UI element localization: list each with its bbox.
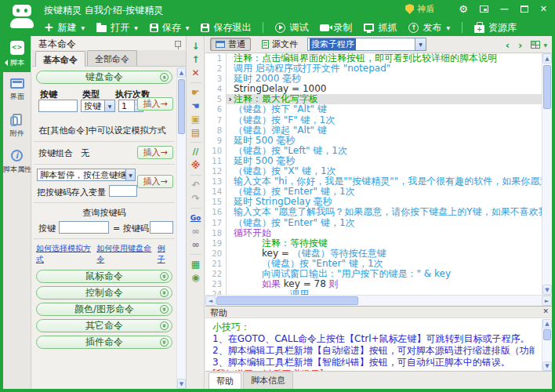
paste-icon[interactable]: ▤ [191,126,200,140]
insert-combo-button[interactable]: 插入→ [137,146,173,159]
expand-icon[interactable]: « [160,272,169,281]
code-line[interactable]: 1注释：点击编辑界面的注释按钮，即可看到比较详细的脚本说明 [205,53,542,64]
type-select[interactable]: 按键▼ [81,100,115,112]
save-exit-button[interactable]: 保存退出 [201,21,251,34]
find-icon[interactable]: ∞ [192,225,200,238]
scroll-up-icon[interactable]: ▲ [542,53,552,64]
code-line[interactable]: 5›注释：最大化写字板 [205,94,542,104]
open-button[interactable]: 打开▼ [96,21,138,34]
scroll-thumb[interactable] [543,329,551,340]
copy-icon[interactable]: ▣ [191,113,200,126]
code-line[interactable]: 22向调试窗口输出："用户按下的键是：" & key [205,269,542,279]
code-line[interactable]: 18循环开始 [205,228,542,238]
store-variable-input[interactable] [109,185,137,197]
command-section[interactable]: 控制命令« [36,286,172,299]
chevron-down-icon[interactable]: ▼ [104,100,114,111]
code-lines[interactable]: 1注释：点击编辑界面的注释按钮，即可看到比较详细的脚本说明2调用 启动程序或打开… [205,53,542,295]
chevron-down-icon[interactable]: ▼ [186,25,190,31]
delete-line-icon[interactable]: ✕ [191,67,199,80]
code-line[interactable]: 19注释：等待按键 [205,238,542,249]
command-section[interactable]: 颜色/图形命令« [36,303,172,316]
resources-button[interactable]: +资源库 [474,21,517,34]
search-value[interactable]: 搜索子程序 [310,38,356,50]
code-line[interactable]: 4StringDelay = 1000 [205,84,542,94]
collapse-icon[interactable]: « [160,73,169,82]
ui-editor-icon[interactable]: ▦ [191,258,200,271]
chevron-down-icon[interactable]: ▼ [82,25,85,31]
skin-icon[interactable] [480,5,488,13]
code-line[interactable]: 2调用 启动程序或打开文件 "notepad" [205,64,542,74]
move-line-down-icon[interactable]: ↓ [191,40,199,53]
uncomment-icon[interactable]: ※ [191,159,201,172]
save-button[interactable]: 保存▼ [150,21,190,34]
new-button[interactable]: +新建▼ [44,21,85,34]
view-normal-button[interactable]: 普通 [210,38,251,51]
query-key-input[interactable] [59,221,109,234]
code-line[interactable]: 13输入文本 "hi，你好，我是""按键精灵""，我是个很有趣的软件，如果你愿意… [205,176,542,187]
tab-script-info[interactable]: 脚本信息 [243,372,293,389]
code-line[interactable]: 14（键盘）按 "Enter" 键，1次 [205,187,542,197]
chevron-down-icon[interactable]: ▼ [134,25,138,31]
query-code-input[interactable] [150,221,173,234]
code-line[interactable]: 7（键盘）按 "F" 键，1次 [205,115,542,125]
layout-grid-icon[interactable] [531,41,540,49]
code-line[interactable]: 11延时 500 毫秒 [205,156,542,166]
expand-icon[interactable]: « [160,289,169,297]
code-line[interactable]: 8（键盘）弹起 "Alt" 键 [205,125,542,136]
key-input[interactable] [38,100,78,112]
editor-vscrollbar[interactable]: ▲ ▼ [542,53,552,295]
editor-hscrollbar[interactable]: ◄ ► [205,295,552,306]
combo-value[interactable]: 无 [81,147,89,159]
code-line[interactable]: 15延时 StringDelay 毫秒 [205,197,542,207]
panel-scrollbar[interactable]: ▲ ▼ [176,67,186,389]
goto-icon[interactable]: Go [190,212,201,225]
close-button[interactable]: ✕ [540,5,547,13]
undo-icon[interactable]: ↶ [191,179,199,192]
command-section[interactable]: 插件命令« [36,336,172,349]
link-choose-simulation[interactable]: 如何选择模拟方式 [36,243,96,265]
code-line[interactable]: 12（键盘）按 "X" 键，1次 [205,166,542,176]
code-line[interactable]: 9延时 500 毫秒 [205,136,542,146]
move-line-up-icon[interactable]: ↑ [191,53,199,67]
settings-gear-icon[interactable]: ⚙ [459,4,468,14]
sidebar-item-interface[interactable]: 界面 [3,72,31,108]
publish-button[interactable]: ↑发布▼ [408,21,450,34]
expand-icon[interactable]: « [160,321,169,330]
command-section[interactable]: 鼠标命令« [36,270,172,283]
scroll-thumb[interactable] [216,296,358,305]
panel-collapse-handle[interactable] [3,53,9,72]
code-line[interactable]: 20key = （键盘）等待按任意键 [205,249,542,259]
scroll-up-icon[interactable]: ▲ [542,319,552,328]
code-line[interactable]: 17（键盘）按 "Enter" 键，1次 [205,218,542,228]
code-line[interactable]: 24调用 [205,289,542,295]
sidebar-item-script-properties[interactable]: i 脚本属性 [3,144,31,180]
tab-all-commands[interactable]: 全部命令 [87,50,137,66]
scroll-right-icon[interactable]: ► [542,296,552,306]
minimize-button[interactable]: — [500,5,509,13]
link-use-keyboard-commands[interactable]: 如何使用键盘命令 [96,243,157,265]
modify-hand-icon[interactable]: ☚ [191,100,200,113]
redo-icon[interactable]: ↷ [191,192,199,205]
subroutine-search-combo[interactable]: 搜索子程序 ▼ [307,38,426,51]
help-scrollbar[interactable]: ▲ ▼ [542,319,552,371]
scroll-down-icon[interactable]: ▼ [542,361,552,371]
scroll-down-icon[interactable]: ▼ [177,379,186,389]
tab-basic-commands[interactable]: 基本命令 [35,51,85,67]
tab-help[interactable]: 帮助 [209,372,241,389]
code-line[interactable]: 3延时 2000 毫秒 [205,74,542,84]
record-button[interactable]: 录制 [320,21,352,34]
shield-badge[interactable]: 神盾 [405,3,434,15]
pin-icon[interactable] [175,41,181,47]
insert-key-button[interactable]: 插入→ [137,97,173,111]
link-example[interactable]: 例子 [158,243,172,265]
expand-icon[interactable]: « [160,338,169,347]
chevron-down-icon[interactable]: ▼ [543,42,547,48]
code-line[interactable]: 21（键盘）按 "Enter" 键，1次 [205,259,542,269]
view-source-button[interactable]: 源文件 [257,38,303,51]
pause-select[interactable]: 脚本暂停，按任意键继续▼ [37,169,136,181]
close-icon[interactable]: ✕ [542,307,549,315]
nav-next-icon[interactable]: › [518,40,522,50]
comment-icon[interactable]: // [193,146,198,159]
scroll-left-icon[interactable]: ◄ [205,296,216,306]
chevron-down-icon[interactable]: ▼ [125,169,135,180]
